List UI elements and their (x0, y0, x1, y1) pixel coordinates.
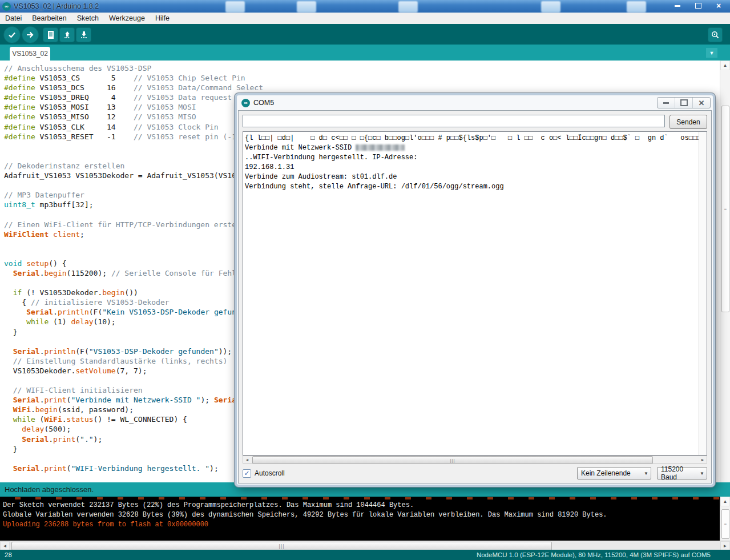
console-scrollbar-thumb[interactable]: ≡ (721, 509, 729, 539)
tab-bar: VS1053_02 ▼ (0, 45, 730, 61)
tab-label: VS1053_02 (12, 50, 48, 58)
menu-item-werkzeuge[interactable]: Werkzeuge (104, 14, 150, 22)
code-line: Serial.println(F("Kein VS1053-DSP-Dekode… (4, 307, 268, 317)
console-lines: Der Sketch verwendet 232137 Bytes (22%) … (0, 501, 720, 530)
title-bar[interactable]: ∞ VS1053_02 | Arduino 1.8.2 × (0, 0, 730, 13)
serial-horizontal-scrollbar[interactable]: ◄ ||| ► (243, 456, 707, 464)
code-line: // Dekoderinstanz erstellen (4, 161, 268, 171)
cursor-line-number: 28 (0, 551, 12, 558)
send-button[interactable]: Senden (669, 115, 707, 129)
code-line: VS1053Dekoder.setVolume(7, 7); (4, 366, 268, 376)
serial-monitor-window: ∞ COM5 ✕ Senden {l l□□| □d□| □ d□ c<□□ □… (235, 93, 715, 487)
arrow-down-icon (80, 30, 88, 39)
horizontal-scrollbar-thumb[interactable]: ||| (11, 542, 552, 550)
serial-output-line: Verbinde mit Netzwerk-SSID (245, 143, 707, 153)
baud-rate-value: 115200 Baud (661, 465, 694, 481)
board-info: NodeMCU 1.0 (ESP-12E Module), 80 MHz, 11… (477, 551, 730, 558)
line-ending-select[interactable]: Kein Zeilenende ▼ (577, 467, 651, 480)
code-line: #define VS1053_DREQ 4 // VS1053 Data req… (4, 92, 268, 102)
line-ending-value: Kein Zeilenende (581, 469, 631, 477)
minimize-icon (675, 5, 680, 7)
code-line (4, 337, 268, 347)
menu-item-sketch[interactable]: Sketch (72, 14, 104, 22)
code-line: #define VS1053_DCS 16 // VS1053 Data/Com… (4, 83, 268, 92)
serial-hscrollbar-thumb[interactable]: ||| (252, 456, 653, 464)
code-line: while (1) delay(10); (4, 317, 268, 327)
status-message: Hochladen abgeschlossen. (5, 485, 94, 494)
menu-item-hilfe[interactable]: Hilfe (150, 14, 175, 22)
menu-item-datei[interactable]: Datei (0, 14, 27, 22)
code-line (4, 278, 268, 288)
editor-horizontal-scrollbar[interactable]: ◄ ||| ► (0, 541, 730, 550)
tab-vs1053-02[interactable]: VS1053_02 (10, 47, 50, 61)
code-line: { // initialisiere VS1053-Dekoder (4, 297, 268, 307)
console-line: Uploading 236288 bytes from to flash at … (3, 520, 720, 530)
code-line: Serial.println(F("VS1053-DSP-Dekoder gef… (4, 347, 268, 356)
serial-monitor-button[interactable] (708, 27, 723, 42)
autoscroll-checkbox[interactable]: ✓ (243, 469, 251, 478)
code-line: } (4, 327, 268, 337)
serial-monitor-controls: ✓ Autoscroll Kein Zeilenende ▼ 115200 Ba… (239, 464, 711, 483)
code-line: void setup() { (4, 259, 268, 268)
build-console[interactable]: Der Sketch verwendet 232137 Bytes (22%) … (0, 497, 720, 541)
serial-output-line: ..WIFI-Verbindung hergestellt. IP-Adress… (245, 153, 707, 163)
code-line: #define VS1053_CS 5 // VS1053 Chip Selec… (4, 73, 268, 83)
code-line: WiFi.begin(ssid, password); (4, 405, 268, 414)
editor-vertical-scrollbar[interactable]: ▲ ≡ (720, 61, 730, 541)
arduino-ide-window: ∞ VS1053_02 | Arduino 1.8.2 × DateiBearb… (0, 0, 730, 560)
code-line (4, 249, 268, 259)
arrow-up-icon (63, 30, 71, 39)
editor-scrollbar-thumb[interactable]: ≡ (721, 106, 729, 312)
console-vertical-scrollbar[interactable]: ▲ ≡ (720, 497, 730, 541)
check-icon (7, 30, 17, 39)
new-sketch-button[interactable] (43, 27, 58, 42)
code-line (4, 454, 268, 464)
serial-vertical-scrollbar[interactable] (699, 132, 707, 455)
code-line: // MP3 Datenpuffer (4, 190, 268, 200)
restore-button[interactable] (690, 1, 706, 10)
tab-list-dropdown-button[interactable]: ▼ (706, 48, 717, 58)
serial-output-line: Verbindung steht, stelle Anfrage-URL: /d… (245, 182, 707, 192)
code-line: } (4, 444, 268, 454)
footer-status-bar: 28 NodeMCU 1.0 (ESP-12E Module), 80 MHz,… (0, 550, 730, 560)
baud-rate-select[interactable]: 115200 Baud ▼ (657, 467, 707, 480)
code-line: while (WiFi.status() != WL_CONNECTED) { (4, 414, 268, 424)
scroll-right-icon[interactable]: ► (720, 541, 730, 550)
scroll-up-icon[interactable]: ▲ (720, 61, 730, 70)
upload-button[interactable] (22, 26, 39, 43)
restore-icon (695, 3, 701, 9)
serial-close-button[interactable]: ✕ (693, 98, 710, 108)
serial-monitor-title-bar[interactable]: ∞ COM5 ✕ (237, 95, 713, 110)
menu-bar: DateiBearbeitenSketchWerkzeugeHilfe (0, 13, 730, 25)
code-area: // Anschlussschema des VS1053-DSP#define… (4, 63, 268, 473)
minimize-button[interactable] (669, 1, 685, 10)
scroll-left-icon[interactable]: ◄ (0, 541, 10, 550)
code-line: Serial.print("Verbinde mit Netzwerk-SSID… (4, 395, 268, 405)
arduino-logo-icon: ∞ (2, 2, 11, 11)
serial-output-line: 192.168.1.31 (245, 163, 707, 172)
serial-input-field[interactable] (243, 115, 665, 127)
code-line: #define VS1053_MISO 12 // VS1053 MISO (4, 112, 268, 122)
serial-maximize-button[interactable] (675, 98, 693, 108)
background-window-artifact (398, 1, 418, 13)
code-line: if (! VS1053Dekoder.begin()) (4, 288, 268, 297)
serial-output-area[interactable]: {l l□□| □d□| □ d□ c<□□ □ □{□c□ b□□og□l'o… (243, 131, 707, 456)
open-sketch-button[interactable] (59, 27, 75, 42)
code-line: #define VS1053_MOSI 13 // VS1053 MOSI (4, 102, 268, 112)
check-icon: ✓ (244, 469, 249, 477)
chevron-down-icon: ▼ (694, 471, 704, 476)
autoscroll-label: Autoscroll (255, 469, 285, 477)
menu-item-bearbeiten[interactable]: Bearbeiten (27, 14, 71, 22)
scroll-left-icon[interactable]: ◄ (243, 456, 251, 463)
serial-minimize-button[interactable] (658, 98, 675, 108)
save-sketch-button[interactable] (76, 27, 91, 42)
verify-button[interactable] (3, 26, 21, 43)
chevron-down-icon: ▼ (638, 471, 648, 476)
background-window-artifact (225, 1, 245, 13)
close-button[interactable]: × (711, 1, 727, 10)
scroll-up-icon[interactable]: ▲ (720, 497, 730, 506)
code-line: Serial.print("WIFI-Verbindung hergestell… (4, 464, 268, 473)
serial-output-line: Verbinde zum Audiostream: st01.dlf.de (245, 172, 707, 182)
scroll-right-icon[interactable]: ► (699, 456, 707, 463)
code-line: // Anschlussschema des VS1053-DSP (4, 63, 268, 73)
